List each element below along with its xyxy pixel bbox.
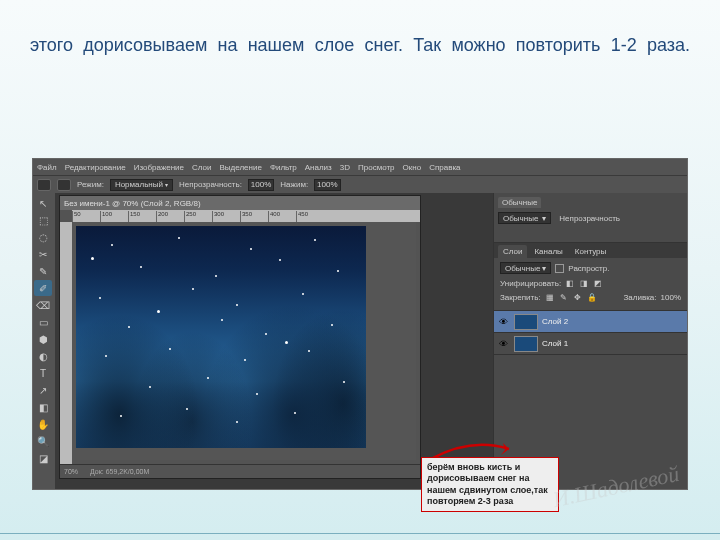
adjustments-panel: Обычные Обычные▾ Непрозрачность [494, 193, 687, 243]
fill-value[interactable]: 100% [661, 293, 681, 302]
flow-label: Нажим: [280, 180, 308, 189]
document-statusbar: 70% Док: 659,2K/0,00M [60, 464, 420, 478]
layers-tab[interactable]: Слои [498, 245, 527, 258]
flow-input[interactable]: 100% [314, 179, 340, 191]
layer-row[interactable]: 👁 Слой 1 [494, 333, 687, 355]
layer-name[interactable]: Слой 2 [542, 317, 568, 326]
path-tool[interactable]: ↗ [34, 382, 52, 398]
adjustments-tab[interactable]: Обычные [498, 197, 541, 208]
visibility-icon[interactable]: 👁 [496, 339, 510, 349]
brush-tool[interactable]: ✐ [34, 280, 52, 296]
mode-label: Режим: [77, 180, 104, 189]
zoom-level[interactable]: 70% [64, 468, 78, 475]
ruler-horizontal: 50100150200250300350400450 [72, 210, 420, 222]
options-bar: Режим: Нормальный▾ Непрозрачность: 100% … [33, 175, 687, 193]
lock-all-icon[interactable]: 🔒 [587, 292, 597, 302]
top-opacity-label: Непрозрачность [559, 214, 620, 223]
opacity-input[interactable]: 100% [248, 179, 274, 191]
unify-icon-2[interactable]: ◨ [579, 278, 589, 288]
fill-label: Заливка: [624, 293, 657, 302]
eyedropper-tool[interactable]: ✎ [34, 263, 52, 279]
menu-select[interactable]: Выделение [219, 163, 261, 172]
right-panels: Обычные Обычные▾ Непрозрачность Слои Кан… [493, 193, 687, 489]
menu-window[interactable]: Окно [403, 163, 422, 172]
blur-tool[interactable]: ⬢ [34, 331, 52, 347]
layers-list: 👁 Слой 2 👁 Слой 1 [494, 310, 687, 355]
zoom-tool[interactable]: 🔍 [34, 433, 52, 449]
hand-tool[interactable]: ✋ [34, 416, 52, 432]
paths-tab[interactable]: Контуры [570, 245, 611, 258]
brush-preview-swatch[interactable] [37, 179, 51, 191]
document-area: Без имени-1 @ 70% (Слой 2, RGB/8) 501001… [55, 193, 493, 489]
doc-info: Док: 659,2K/0,00M [90, 468, 149, 475]
move-tool[interactable]: ↖ [34, 195, 52, 211]
lock-transparent-icon[interactable]: ▦ [545, 292, 555, 302]
layer-name[interactable]: Слой 1 [542, 339, 568, 348]
dodge-tool[interactable]: ◐ [34, 348, 52, 364]
marquee-tool[interactable]: ⬚ [34, 212, 52, 228]
visibility-icon[interactable]: 👁 [496, 317, 510, 327]
annotation-callout: берём вновь кисть и дорисовываем снег на… [421, 457, 559, 512]
crop-tool[interactable]: ✂ [34, 246, 52, 262]
layers-panel: Слои Каналы Контуры Обычные▾ Распростр. … [494, 243, 687, 489]
menu-file[interactable]: Файл [37, 163, 57, 172]
top-blend-select[interactable]: Обычные▾ [498, 212, 551, 224]
menu-analysis[interactable]: Анализ [305, 163, 332, 172]
document-title: Без имени-1 @ 70% (Слой 2, RGB/8) [60, 196, 420, 210]
lasso-tool[interactable]: ◌ [34, 229, 52, 245]
spread-checkbox[interactable] [555, 264, 564, 273]
color-swatch[interactable]: ◪ [34, 450, 52, 466]
lock-label: Закрепить: [500, 293, 541, 302]
brush-preset-picker[interactable] [57, 179, 71, 191]
canvas-image [76, 226, 366, 448]
layer-row[interactable]: 👁 Слой 2 [494, 311, 687, 333]
layer-thumbnail[interactable] [514, 314, 538, 330]
toolbox: ↖ ⬚ ◌ ✂ ✎ ✐ ⌫ ▭ ⬢ ◐ T ↗ ◧ ✋ 🔍 ◪ [33, 193, 55, 489]
layer-blend-select[interactable]: Обычные▾ [500, 262, 551, 274]
document-window: Без имени-1 @ 70% (Слой 2, RGB/8) 501001… [59, 195, 421, 479]
lock-pixels-icon[interactable]: ✎ [559, 292, 569, 302]
shape-tool[interactable]: ◧ [34, 399, 52, 415]
menu-layer[interactable]: Слои [192, 163, 211, 172]
ruler-vertical [60, 222, 72, 464]
menu-filter[interactable]: Фильтр [270, 163, 297, 172]
slide-decorative-line [0, 526, 720, 540]
canvas[interactable] [72, 222, 416, 460]
blend-mode-select[interactable]: Нормальный▾ [110, 179, 173, 191]
photoshop-window: Файл Редактирование Изображение Слои Выд… [32, 158, 688, 490]
menu-edit[interactable]: Редактирование [65, 163, 126, 172]
layer-thumbnail[interactable] [514, 336, 538, 352]
lock-position-icon[interactable]: ✥ [573, 292, 583, 302]
menubar: Файл Редактирование Изображение Слои Выд… [33, 159, 687, 175]
spread-label: Распростр. [568, 264, 609, 273]
unify-icon-3[interactable]: ◩ [593, 278, 603, 288]
unify-label: Унифицировать: [500, 279, 561, 288]
menu-image[interactable]: Изображение [134, 163, 184, 172]
menu-view[interactable]: Просмотр [358, 163, 395, 172]
eraser-tool[interactable]: ⌫ [34, 297, 52, 313]
opacity-label: Непрозрачность: [179, 180, 242, 189]
menu-help[interactable]: Справка [429, 163, 460, 172]
gradient-tool[interactable]: ▭ [34, 314, 52, 330]
type-tool[interactable]: T [34, 365, 52, 381]
menu-3d[interactable]: 3D [340, 163, 350, 172]
unify-icon-1[interactable]: ◧ [565, 278, 575, 288]
channels-tab[interactable]: Каналы [529, 245, 567, 258]
slide-caption-text: этого дорисовываем на нашем слое снег. Т… [30, 32, 690, 58]
